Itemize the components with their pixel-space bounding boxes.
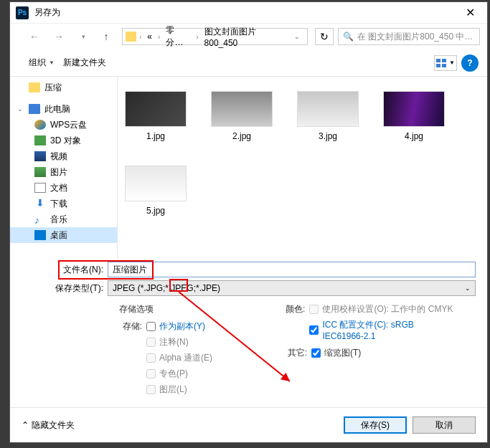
sidebar-item-label: 桌面	[50, 229, 67, 242]
sidebar-item-documents[interactable]: 文档	[10, 180, 117, 196]
search-icon: 🔍	[343, 32, 354, 42]
chevron-icon: ›	[196, 33, 198, 41]
sidebar-item-label: 音乐	[50, 214, 67, 226]
use-proof-checkbox: 使用校样设置(O): 工作中的 CMYK	[309, 303, 456, 315]
sidebar-item-this-pc[interactable]: ⌄ 此电脑	[10, 101, 117, 117]
chevron-icon: ›	[158, 33, 160, 41]
file-item[interactable]: 3.jpg	[297, 91, 359, 141]
annotations-checkbox: 注释(N)	[146, 336, 212, 348]
breadcrumb-item[interactable]: 零分…	[163, 24, 193, 49]
svg-rect-3	[442, 64, 446, 67]
svg-rect-1	[442, 59, 446, 62]
file-thumbnail	[125, 91, 187, 127]
storage-label: 存储:	[119, 320, 142, 396]
sidebar-item-wps[interactable]: WPS云盘	[10, 117, 117, 133]
filename-label: 文件名(N):	[22, 264, 108, 276]
folder-icon	[126, 32, 136, 42]
chevron-up-icon: ⌃	[22, 420, 29, 430]
sidebar-item-label: 3D 对象	[50, 135, 81, 147]
layers-checkbox: 图层(L)	[146, 383, 212, 396]
document-icon	[34, 183, 46, 193]
navbar: ← → ▾ ↑ › « › 零分… › 图文封面图片800_450 ⌄ ↻ 🔍 …	[10, 24, 487, 49]
sidebar-item-label: WPS云盘	[50, 119, 87, 131]
breadcrumb[interactable]: › « › 零分… › 图文封面图片800_450 ⌄	[122, 28, 308, 45]
forward-button: →	[49, 28, 69, 45]
file-item[interactable]: 5.jpg	[125, 166, 187, 216]
picture-icon	[34, 167, 46, 177]
alpha-checkbox: Alpha 通道(E)	[146, 352, 212, 364]
thumbnail-checkbox[interactable]: 缩览图(T)	[311, 347, 361, 359]
hide-folders-toggle[interactable]: ⌃ 隐藏文件夹	[22, 419, 75, 432]
search-placeholder: 在 图文封面图片800_450 中…	[357, 31, 473, 43]
history-dropdown[interactable]: ▾	[73, 28, 93, 45]
close-button[interactable]: ✕	[456, 3, 484, 23]
file-list[interactable]: 1.jpg 2.jpg 3.jpg 4.jpg 5.jpg	[118, 77, 487, 259]
sidebar-item-label: 图片	[50, 166, 67, 178]
grid-icon	[436, 59, 448, 67]
desktop-icon	[34, 230, 46, 240]
spot-checkbox: 专色(P)	[146, 368, 212, 380]
new-folder-button[interactable]: 新建文件夹	[59, 54, 110, 72]
filetype-label: 保存类型(T):	[22, 282, 108, 295]
file-name: 2.jpg	[232, 131, 251, 141]
file-name: 3.jpg	[319, 131, 337, 141]
icc-profile-checkbox[interactable]: ICC 配置文件(C): sRGB IEC61966-2.1	[309, 319, 456, 341]
sidebar-item-downloads[interactable]: ⬇ 下载	[10, 196, 117, 211]
chevron-icon: ›	[139, 33, 141, 41]
file-item[interactable]: 4.jpg	[383, 91, 445, 141]
pc-icon	[29, 104, 40, 114]
titlebar: Ps 另存为 ✕	[10, 2, 487, 24]
svg-rect-0	[436, 59, 440, 62]
footer: ⌃ 隐藏文件夹 保存(S) 取消	[10, 407, 487, 442]
refresh-button[interactable]: ↻	[315, 28, 334, 45]
organize-button[interactable]: 组织▼	[24, 54, 59, 72]
sidebar-item-label: 视频	[50, 151, 67, 163]
filename-input[interactable]	[108, 262, 476, 277]
file-name: 5.jpg	[146, 206, 165, 216]
file-name: 1.jpg	[146, 131, 165, 141]
file-thumbnail	[297, 91, 359, 127]
breadcrumb-item[interactable]: «	[144, 32, 155, 42]
sidebar-item-compress[interactable]: 压缩	[10, 80, 117, 95]
options-title: 存储选项	[119, 303, 263, 315]
dialog-title: 另存为	[34, 6, 456, 19]
content-area: 压缩 ⌄ 此电脑 WPS云盘 3D 对象 视频 图片	[10, 77, 487, 259]
cancel-button[interactable]: 取消	[413, 416, 476, 434]
folder-icon	[29, 82, 40, 92]
file-item[interactable]: 2.jpg	[211, 91, 273, 141]
help-button[interactable]: ?	[461, 54, 479, 72]
sidebar-item-3d[interactable]: 3D 对象	[10, 133, 117, 148]
file-name: 4.jpg	[405, 131, 423, 141]
save-as-dialog: Ps 另存为 ✕ ← → ▾ ↑ › « › 零分… › 图文封面图片800_4…	[9, 1, 488, 443]
svg-rect-2	[436, 64, 440, 67]
cloud-icon	[34, 120, 46, 130]
sidebar-item-label: 压缩	[44, 82, 62, 94]
as-copy-checkbox[interactable]: 作为副本(Y)	[146, 320, 212, 333]
color-label: 颜色:	[284, 303, 305, 341]
sidebar-item-music[interactable]: ♪ 音乐	[10, 211, 117, 227]
file-item[interactable]: 1.jpg	[125, 91, 187, 141]
sidebar-item-video[interactable]: 视频	[10, 148, 117, 164]
filetype-value: JPEG (*.JPG;*.JPEG;*.JPE)	[113, 283, 220, 293]
form-area: 文件名(N): 保存类型(T): JPEG (*.JPG;*.JPEG;*.JP…	[10, 259, 487, 407]
toolbar: 组织▼ 新建文件夹 ▼ ?	[10, 49, 487, 77]
3d-icon	[34, 135, 46, 146]
back-button[interactable]: ←	[24, 28, 44, 45]
sidebar-item-label: 文档	[50, 182, 67, 194]
sidebar-item-label: 下载	[50, 198, 67, 210]
save-options: 存储选项 存储: 作为副本(Y) 注释(N) Alpha 通道(E) 专色(P)…	[22, 299, 476, 400]
chevron-down-icon: ⌄	[465, 285, 471, 292]
video-icon	[34, 151, 46, 161]
breadcrumb-more[interactable]: ⌄	[290, 33, 304, 40]
up-button[interactable]: ↑	[98, 28, 115, 45]
sidebar-item-desktop[interactable]: 桌面	[10, 227, 117, 243]
sidebar-item-pictures[interactable]: 图片	[10, 164, 117, 180]
save-button[interactable]: 保存(S)	[344, 416, 407, 434]
file-thumbnail	[383, 91, 445, 127]
breadcrumb-item[interactable]: 图文封面图片800_450	[202, 26, 287, 48]
sidebar-item-label: 此电脑	[44, 103, 70, 115]
app-icon: Ps	[16, 6, 29, 19]
view-mode-button[interactable]: ▼	[434, 55, 457, 71]
search-input[interactable]: 🔍 在 图文封面图片800_450 中…	[338, 28, 480, 45]
filetype-select[interactable]: JPEG (*.JPG;*.JPEG;*.JPE) ⌄	[108, 280, 476, 296]
